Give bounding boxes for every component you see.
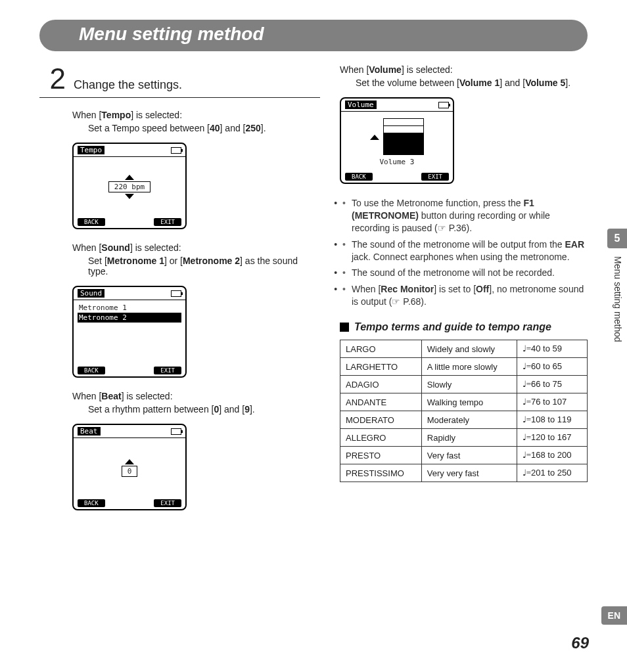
language-tab: EN — [601, 606, 627, 625]
tempo-term: PRESTO — [340, 447, 422, 464]
tempo-term: ANDANTE — [340, 393, 422, 411]
page-number: 69 — [571, 634, 589, 652]
page-title: Menu setting method — [79, 24, 264, 44]
table-row: LARGHETTOA little more slowly♩=60 to 65 — [340, 358, 588, 376]
tempo-desc: Moderately — [421, 411, 517, 429]
square-icon — [340, 323, 349, 332]
tempo-range: ♩=120 to 167 — [517, 429, 587, 447]
arrow-up-icon — [125, 459, 134, 464]
battery-icon — [171, 147, 181, 154]
arrow-up-icon — [370, 135, 379, 140]
beat-body: Set a rhythm pattern between [0] and [9]… — [88, 404, 320, 414]
tempo-range: ♩=76 to 107 — [517, 393, 587, 411]
beat-value: 0 — [122, 466, 138, 477]
tempo-term: LARGHETTO — [340, 358, 422, 376]
table-row: ALLEGRORapidly♩=120 to 167 — [340, 429, 588, 447]
subheading-text: Tempo terms and guide to tempo range — [354, 321, 551, 333]
page-body: 2 Change the settings. When [Tempo] is s… — [39, 64, 588, 524]
chapter-label: Menu setting method — [613, 256, 623, 342]
tempo-body: Set a Tempo speed between [40] and [250]… — [88, 123, 320, 133]
beat-section: When [Beat] is selected: Set a rhythm pa… — [72, 391, 320, 414]
volume-intro: When [Volume] is selected: — [340, 64, 588, 75]
sound-lcd: Sound Metronome 1 Metronome 2 BACK EXIT — [72, 286, 187, 378]
tempo-lcd: Tempo 220 bpm BACK EXIT — [72, 143, 187, 229]
lcd-back-button: BACK — [78, 499, 105, 507]
list-item: When [Rec Monitor] is set to [Off], no m… — [340, 283, 588, 308]
table-row: PRESTISSIMOVery very fast♩=201 to 250 — [340, 464, 588, 482]
tempo-range: ♩=60 to 65 — [517, 358, 587, 376]
arrow-down-icon — [125, 194, 134, 199]
tempo-term: ADAGIO — [340, 376, 422, 393]
sound-section: When [Sound] is selected: Set [Metronome… — [72, 242, 320, 277]
tempo-range: ♩=108 to 119 — [517, 411, 587, 429]
table-row: ANDANTEWalking tempo♩=76 to 107 — [340, 393, 588, 411]
tempo-term: ALLEGRO — [340, 429, 422, 447]
lcd-title: Sound — [78, 289, 104, 298]
step-number: 2 — [39, 64, 66, 93]
table-row: ADAGIOSlowly♩=66 to 75 — [340, 376, 588, 393]
volume-lcd: Volume Volume 3 BACK EX — [340, 97, 454, 184]
tempo-desc: Widely and slowly — [421, 340, 517, 358]
tempo-intro: When [Tempo] is selected: — [72, 110, 320, 120]
volume-bars — [383, 119, 424, 155]
battery-icon — [438, 102, 449, 108]
tempo-range: ♩=168 to 200 — [517, 447, 587, 464]
volume-body: Set the volume between [Volume 1] and [V… — [356, 78, 588, 88]
list-item: The sound of the metronome will be outpu… — [340, 238, 588, 263]
tempo-desc: Rapidly — [421, 429, 517, 447]
sound-intro: When [Sound] is selected: — [72, 242, 320, 253]
lcd-exit-button: EXIT — [154, 367, 181, 374]
chapter-tab: 5 — [607, 229, 627, 248]
beat-intro: When [Beat] is selected: — [72, 391, 320, 401]
lcd-exit-button: EXIT — [154, 499, 181, 507]
lcd-back-button: BACK — [78, 218, 105, 226]
lcd-exit-button: EXIT — [154, 218, 181, 226]
sound-body: Set [Metronome 1] or [Metronome 2] as th… — [88, 256, 320, 277]
lcd-title: Volume — [345, 101, 377, 109]
tempo-desc: Slowly — [421, 376, 517, 393]
list-item-selected: Metronome 2 — [78, 313, 181, 323]
tempo-range: ♩=66 to 75 — [517, 376, 587, 393]
lcd-title: Tempo — [78, 146, 104, 154]
tempo-value: 220 bpm — [108, 181, 151, 192]
step-heading: 2 Change the settings. — [39, 64, 320, 98]
list-item: To use the Metronome function, press the… — [340, 197, 588, 235]
table-row: PRESTOVery fast♩=168 to 200 — [340, 447, 588, 464]
arrow-up-icon — [125, 175, 134, 180]
volume-caption: Volume 3 — [380, 158, 415, 166]
tempo-range: ♩=40 to 59 — [517, 340, 587, 358]
beat-lcd: Beat 0 BACK EXIT — [72, 424, 187, 510]
tempo-term: MODERATO — [340, 411, 422, 429]
step-title: Change the settings. — [74, 78, 182, 92]
page-header: Menu setting method — [39, 20, 588, 51]
battery-icon — [171, 290, 181, 297]
list-item: The sound of the metronome will not be r… — [340, 267, 588, 279]
volume-bar — [383, 147, 424, 155]
notes-list: To use the Metronome function, press the… — [340, 197, 588, 308]
subheading: Tempo terms and guide to tempo range — [340, 321, 588, 333]
lcd-title: Beat — [78, 427, 101, 436]
tempo-term: LARGO — [340, 340, 422, 358]
tempo-desc: Walking tempo — [421, 393, 517, 411]
right-column: When [Volume] is selected: Set the volum… — [340, 64, 588, 524]
tempo-table: LARGOWidely and slowly♩=40 to 59LARGHETT… — [340, 340, 588, 482]
tempo-term: PRESTISSIMO — [340, 464, 422, 482]
tempo-range: ♩=201 to 250 — [517, 464, 587, 482]
battery-icon — [171, 428, 181, 435]
table-row: LARGOWidely and slowly♩=40 to 59 — [340, 340, 588, 358]
tempo-desc: Very fast — [421, 447, 517, 464]
tempo-desc: Very very fast — [421, 464, 517, 482]
left-column: 2 Change the settings. When [Tempo] is s… — [72, 64, 320, 524]
tempo-section: When [Tempo] is selected: Set a Tempo sp… — [72, 110, 320, 133]
list-item: Metronome 1 — [78, 303, 181, 313]
table-row: MODERATOModerately♩=108 to 119 — [340, 411, 588, 429]
lcd-back-button: BACK — [78, 367, 105, 374]
lcd-back-button: BACK — [345, 173, 373, 181]
tempo-desc: A little more slowly — [421, 358, 517, 376]
volume-section: When [Volume] is selected: Set the volum… — [340, 64, 588, 88]
lcd-exit-button: EXIT — [421, 173, 449, 181]
